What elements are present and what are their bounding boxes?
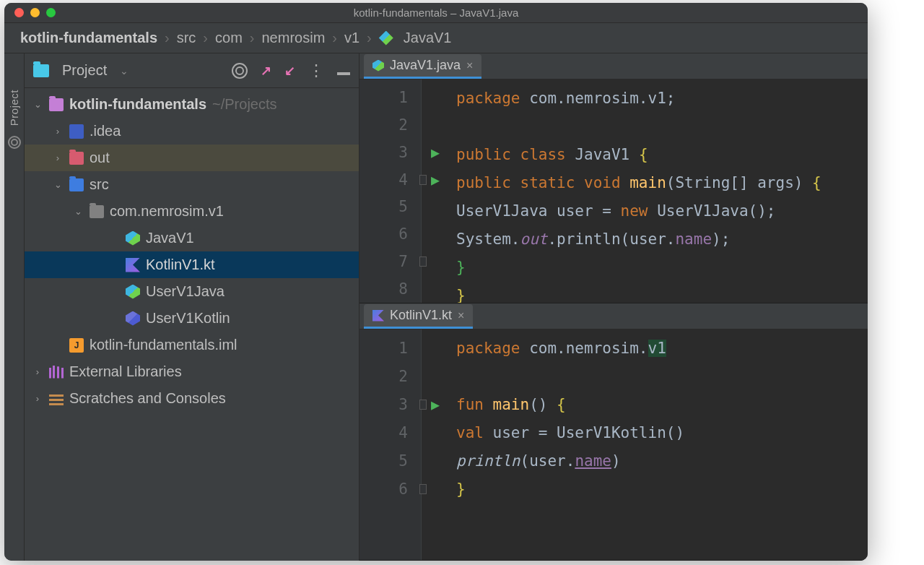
line-number[interactable]: 4▶ [359, 166, 421, 194]
line-number[interactable]: 3▶ [359, 139, 421, 166]
folder-icon [69, 152, 84, 165]
tree-label: External Libraries [69, 363, 182, 380]
close-icon[interactable]: × [458, 309, 464, 322]
breadcrumb-file[interactable]: JavaV1 [404, 30, 452, 46]
tree-item-src[interactable]: ⌄ src [25, 171, 359, 198]
fold-icon[interactable] [419, 256, 427, 267]
tree-label: kotlin-fundamentals [69, 96, 206, 113]
minimize-icon[interactable] [30, 8, 40, 17]
kotlin-class-icon [126, 311, 140, 326]
chevron-down-icon[interactable]: ⌄ [72, 206, 84, 217]
project-tree: ⌄ kotlin-fundamentals ~/Projects › .idea… [25, 88, 359, 561]
expand-all-icon[interactable]: ↗ [261, 63, 271, 79]
tree-label: UserV1Java [146, 283, 225, 300]
run-icon[interactable]: ▶ [431, 171, 440, 189]
select-opened-file-icon[interactable] [232, 63, 248, 79]
gutter: 1 2 3▶ 4 5 6 [359, 329, 422, 560]
line-number[interactable]: 1 [359, 334, 421, 362]
project-panel-header: Project ⌄ ↗ ↙ ⋮ [25, 53, 359, 88]
close-icon[interactable] [14, 8, 24, 17]
tree-item-iml[interactable]: J kotlin-fundamentals.iml [25, 332, 359, 358]
titlebar: kotlin-fundamentals – JavaV1.java [4, 3, 868, 23]
tree-item-file[interactable]: UserV1Java [25, 278, 359, 305]
tree-item-file-selected[interactable]: KotlinV1.kt [25, 251, 359, 278]
kotlin-file-icon [372, 310, 384, 322]
hide-panel-icon[interactable] [337, 72, 350, 75]
line-number[interactable]: 5 [359, 447, 421, 475]
kotlin-file-icon [126, 258, 140, 272]
line-number[interactable]: 5 [359, 194, 421, 221]
fold-icon[interactable] [419, 484, 427, 494]
chevron-down-icon[interactable]: ⌄ [32, 99, 43, 110]
breadcrumb-root[interactable]: kotlin-fundamentals [20, 30, 157, 46]
close-icon[interactable]: × [466, 59, 473, 72]
tree-label: UserV1Kotlin [146, 310, 230, 327]
tree-item-file[interactable]: JavaV1 [25, 225, 359, 251]
breadcrumb-part[interactable]: com [215, 30, 243, 46]
collapse-all-icon[interactable]: ↙ [284, 63, 295, 79]
window-controls [14, 8, 56, 17]
line-number[interactable]: 6 [359, 475, 421, 503]
tree-item-idea[interactable]: › .idea [25, 118, 359, 145]
line-number[interactable]: 2 [359, 362, 421, 390]
tree-label: .idea [90, 123, 121, 139]
ide-window: kotlin-fundamentals – JavaV1.java kotlin… [4, 3, 868, 561]
code-editor[interactable]: 1 2 3▶ 4 5 6 package com.nemrosim.v1 fun… [359, 329, 868, 560]
code-lines[interactable]: package com.nemrosim.v1 fun main() { val… [422, 329, 868, 560]
chevron-right-icon[interactable]: › [52, 126, 64, 137]
maximize-icon[interactable] [46, 8, 56, 17]
tool-window-rail: Project [4, 53, 25, 561]
chevron-right-icon: › [332, 30, 337, 46]
line-number[interactable]: 8 [359, 275, 421, 303]
gutter: 1 2 3▶ 4▶ 5 6 7 8 [359, 79, 422, 303]
chevron-down-icon[interactable]: ⌄ [52, 179, 64, 190]
tree-label: JavaV1 [146, 230, 194, 246]
tab-java[interactable]: JavaV1.java × [364, 54, 481, 79]
iml-file-icon: J [69, 338, 84, 353]
chevron-down-icon[interactable]: ⌄ [120, 65, 128, 77]
line-number[interactable]: 4 [359, 418, 421, 447]
tree-root[interactable]: ⌄ kotlin-fundamentals ~/Projects [25, 91, 359, 118]
settings-icon[interactable]: ⋮ [308, 67, 324, 74]
tree-item-file[interactable]: UserV1Kotlin [25, 305, 359, 332]
run-icon[interactable]: ▶ [431, 144, 440, 161]
chevron-right-icon[interactable]: › [32, 366, 43, 377]
tab-kotlin[interactable]: KotlinV1.kt × [364, 304, 473, 329]
tab-label: JavaV1.java [390, 58, 461, 73]
breadcrumb-part[interactable]: src [177, 30, 196, 46]
code-lines[interactable]: package com.nemrosim.v1; public class Ja… [422, 79, 868, 303]
line-number[interactable]: 1 [359, 84, 421, 111]
line-number[interactable]: 3▶ [359, 390, 421, 418]
line-number[interactable]: 7 [359, 248, 421, 275]
tree-label: out [90, 150, 110, 166]
chevron-right-icon[interactable]: › [32, 393, 43, 404]
tab-label: KotlinV1.kt [390, 308, 452, 323]
breadcrumb-part[interactable]: nemrosim [262, 30, 326, 46]
code-editor[interactable]: 1 2 3▶ 4▶ 5 6 7 8 package com.nemrosim.v… [359, 79, 868, 303]
project-header-title[interactable]: Project [62, 62, 107, 79]
chevron-right-icon[interactable]: › [52, 152, 64, 163]
java-class-icon [372, 60, 384, 72]
tree-item-package[interactable]: ⌄ com.nemrosim.v1 [25, 198, 359, 225]
project-tool-button[interactable]: Project [8, 90, 20, 126]
chevron-right-icon: › [203, 30, 208, 46]
line-number[interactable]: 2 [359, 111, 421, 139]
tree-item-out[interactable]: › out [25, 145, 359, 171]
project-icon [33, 64, 49, 77]
tree-label: KotlinV1.kt [146, 256, 215, 273]
tab-strip: KotlinV1.kt × [359, 303, 868, 329]
structure-icon[interactable] [8, 136, 21, 149]
tree-label: Scratches and Consoles [69, 390, 226, 407]
breadcrumb-part[interactable]: v1 [344, 30, 359, 46]
tree-item-scratches[interactable]: › Scratches and Consoles [25, 385, 359, 412]
project-panel: Project ⌄ ↗ ↙ ⋮ ⌄ kotlin-fundamentals ~/… [25, 53, 359, 561]
java-class-icon [379, 31, 393, 46]
java-class-icon [126, 285, 140, 299]
line-number[interactable]: 6 [359, 220, 421, 248]
run-icon[interactable]: ▶ [431, 396, 440, 413]
fold-icon[interactable] [419, 175, 427, 185]
tree-item-external-libs[interactable]: › External Libraries [25, 358, 359, 385]
editor-kotlin: KotlinV1.kt × 1 2 3▶ 4 5 6 package com.n… [359, 303, 868, 561]
fold-icon[interactable] [419, 400, 427, 410]
package-icon [90, 205, 104, 218]
